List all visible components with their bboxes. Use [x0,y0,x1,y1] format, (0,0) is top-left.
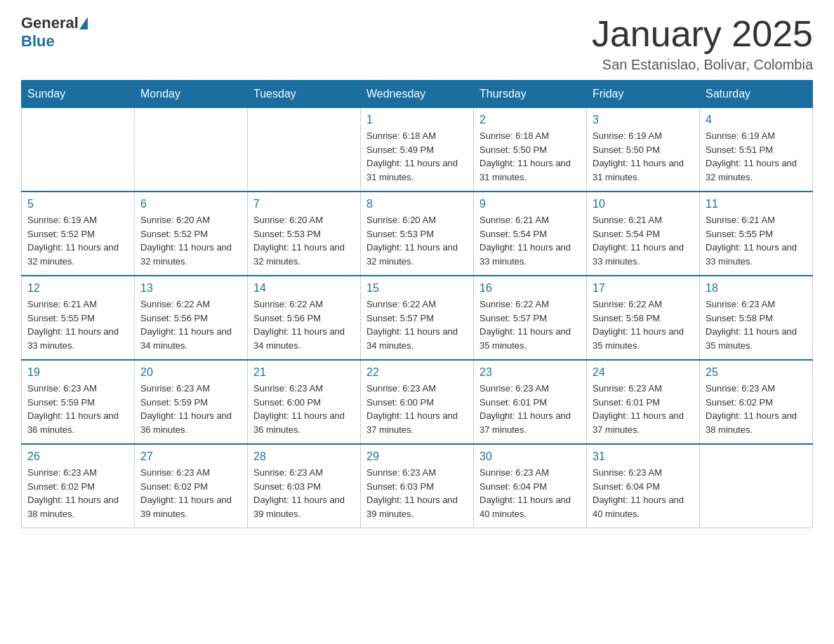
calendar-day-cell: 5Sunrise: 6:19 AMSunset: 5:52 PMDaylight… [22,192,135,276]
day-number: 20 [140,366,241,379]
day-number: 5 [27,198,128,210]
calendar-day-cell: 2Sunrise: 6:18 AMSunset: 5:50 PMDaylight… [474,108,587,192]
day-header-saturday: Saturday [700,81,813,108]
location-subtitle: San Estanislao, Bolivar, Colombia [592,57,813,73]
day-number: 23 [479,366,581,379]
calendar-day-cell [135,108,248,192]
day-info: Sunrise: 6:23 AMSunset: 6:01 PMDaylight:… [593,382,694,436]
calendar-day-cell: 11Sunrise: 6:21 AMSunset: 5:55 PMDayligh… [700,192,813,276]
day-info: Sunrise: 6:19 AMSunset: 5:51 PMDaylight:… [706,129,807,184]
calendar-day-cell: 25Sunrise: 6:23 AMSunset: 6:02 PMDayligh… [700,360,813,444]
day-info: Sunrise: 6:21 AMSunset: 5:54 PMDaylight:… [593,213,694,268]
day-info: Sunrise: 6:23 AMSunset: 6:00 PMDaylight:… [253,382,355,436]
day-info: Sunrise: 6:23 AMSunset: 6:01 PMDaylight:… [479,382,581,436]
calendar-day-cell [248,108,361,192]
calendar-day-cell: 8Sunrise: 6:20 AMSunset: 5:53 PMDaylight… [361,192,474,276]
day-number: 24 [593,366,694,379]
title-section: January 2025 San Estanislao, Bolivar, Co… [592,14,813,73]
calendar-day-cell: 9Sunrise: 6:21 AMSunset: 5:54 PMDaylight… [474,192,587,276]
day-number: 26 [27,450,128,463]
day-number: 31 [593,450,694,463]
day-number: 3 [593,114,694,126]
day-header-thursday: Thursday [474,81,587,108]
day-info: Sunrise: 6:21 AMSunset: 5:55 PMDaylight:… [27,297,128,352]
day-number: 25 [706,366,807,379]
day-number: 2 [479,114,581,126]
day-info: Sunrise: 6:23 AMSunset: 5:59 PMDaylight:… [27,382,128,436]
calendar-table: SundayMondayTuesdayWednesdayThursdayFrid… [21,80,813,528]
day-info: Sunrise: 6:21 AMSunset: 5:54 PMDaylight:… [479,213,581,268]
calendar-day-cell: 18Sunrise: 6:23 AMSunset: 5:58 PMDayligh… [700,276,813,360]
calendar-week-row: 1Sunrise: 6:18 AMSunset: 5:49 PMDaylight… [22,108,813,192]
calendar-day-cell: 23Sunrise: 6:23 AMSunset: 6:01 PMDayligh… [474,360,587,444]
calendar-day-cell: 19Sunrise: 6:23 AMSunset: 5:59 PMDayligh… [22,360,135,444]
day-number: 22 [366,366,468,379]
day-number: 11 [706,198,807,210]
day-info: Sunrise: 6:20 AMSunset: 5:52 PMDaylight:… [140,213,241,268]
calendar-day-cell: 3Sunrise: 6:19 AMSunset: 5:50 PMDaylight… [587,108,700,192]
day-number: 13 [140,282,241,295]
day-number: 12 [27,282,128,295]
calendar-day-cell: 27Sunrise: 6:23 AMSunset: 6:02 PMDayligh… [135,444,248,528]
calendar-week-row: 12Sunrise: 6:21 AMSunset: 5:55 PMDayligh… [22,276,813,360]
logo-general-text: General [21,14,79,32]
day-info: Sunrise: 6:23 AMSunset: 6:03 PMDaylight:… [253,466,355,521]
calendar-day-cell: 6Sunrise: 6:20 AMSunset: 5:52 PMDaylight… [135,192,248,276]
day-number: 19 [27,366,128,379]
calendar-day-cell: 7Sunrise: 6:20 AMSunset: 5:53 PMDaylight… [248,192,361,276]
day-number: 30 [479,450,581,463]
calendar-day-cell: 21Sunrise: 6:23 AMSunset: 6:00 PMDayligh… [248,360,361,444]
day-header-friday: Friday [587,81,700,108]
day-header-sunday: Sunday [22,81,135,108]
day-number: 16 [479,282,581,295]
logo: General Blue [21,14,88,51]
day-info: Sunrise: 6:23 AMSunset: 6:02 PMDaylight:… [140,466,241,521]
day-info: Sunrise: 6:22 AMSunset: 5:56 PMDaylight:… [253,297,355,352]
day-info: Sunrise: 6:23 AMSunset: 5:59 PMDaylight:… [140,382,241,436]
day-info: Sunrise: 6:20 AMSunset: 5:53 PMDaylight:… [366,213,468,268]
day-info: Sunrise: 6:23 AMSunset: 6:00 PMDaylight:… [366,382,468,436]
calendar-day-cell [700,444,813,528]
calendar-day-cell: 14Sunrise: 6:22 AMSunset: 5:56 PMDayligh… [248,276,361,360]
day-info: Sunrise: 6:22 AMSunset: 5:57 PMDaylight:… [366,297,468,352]
day-number: 4 [706,114,807,126]
day-number: 8 [366,198,468,210]
day-number: 10 [593,198,694,210]
calendar-day-cell: 31Sunrise: 6:23 AMSunset: 6:04 PMDayligh… [587,444,700,528]
day-number: 7 [253,198,355,210]
day-number: 6 [140,198,241,210]
day-number: 1 [366,114,468,126]
calendar-day-cell: 24Sunrise: 6:23 AMSunset: 6:01 PMDayligh… [587,360,700,444]
day-number: 18 [706,282,807,295]
day-header-tuesday: Tuesday [248,81,361,108]
day-info: Sunrise: 6:18 AMSunset: 5:50 PMDaylight:… [479,129,581,184]
day-info: Sunrise: 6:19 AMSunset: 5:50 PMDaylight:… [593,129,694,184]
calendar-day-cell: 16Sunrise: 6:22 AMSunset: 5:57 PMDayligh… [474,276,587,360]
calendar-day-cell: 13Sunrise: 6:22 AMSunset: 5:56 PMDayligh… [135,276,248,360]
day-number: 29 [366,450,468,463]
day-info: Sunrise: 6:20 AMSunset: 5:53 PMDaylight:… [253,213,355,268]
calendar-day-cell: 26Sunrise: 6:23 AMSunset: 6:02 PMDayligh… [22,444,135,528]
logo-triangle-icon [79,17,88,29]
day-number: 15 [366,282,468,295]
day-info: Sunrise: 6:23 AMSunset: 5:58 PMDaylight:… [706,297,807,352]
month-title: January 2025 [592,14,813,54]
calendar-day-cell: 29Sunrise: 6:23 AMSunset: 6:03 PMDayligh… [361,444,474,528]
day-info: Sunrise: 6:23 AMSunset: 6:02 PMDaylight:… [706,382,807,436]
calendar-day-cell: 30Sunrise: 6:23 AMSunset: 6:04 PMDayligh… [474,444,587,528]
logo-blue-text: Blue [21,32,55,51]
calendar-day-cell [22,108,135,192]
day-info: Sunrise: 6:22 AMSunset: 5:57 PMDaylight:… [479,297,581,352]
day-info: Sunrise: 6:21 AMSunset: 5:55 PMDaylight:… [706,213,807,268]
calendar-day-cell: 4Sunrise: 6:19 AMSunset: 5:51 PMDaylight… [700,108,813,192]
calendar-day-cell: 10Sunrise: 6:21 AMSunset: 5:54 PMDayligh… [587,192,700,276]
calendar-week-row: 26Sunrise: 6:23 AMSunset: 6:02 PMDayligh… [22,444,813,528]
calendar-header-row: SundayMondayTuesdayWednesdayThursdayFrid… [22,81,813,108]
day-number: 14 [253,282,355,295]
calendar-week-row: 19Sunrise: 6:23 AMSunset: 5:59 PMDayligh… [22,360,813,444]
day-number: 9 [479,198,581,210]
day-info: Sunrise: 6:23 AMSunset: 6:04 PMDaylight:… [593,466,694,521]
calendar-day-cell: 20Sunrise: 6:23 AMSunset: 5:59 PMDayligh… [135,360,248,444]
calendar-day-cell: 1Sunrise: 6:18 AMSunset: 5:49 PMDaylight… [361,108,474,192]
day-info: Sunrise: 6:23 AMSunset: 6:04 PMDaylight:… [479,466,581,521]
